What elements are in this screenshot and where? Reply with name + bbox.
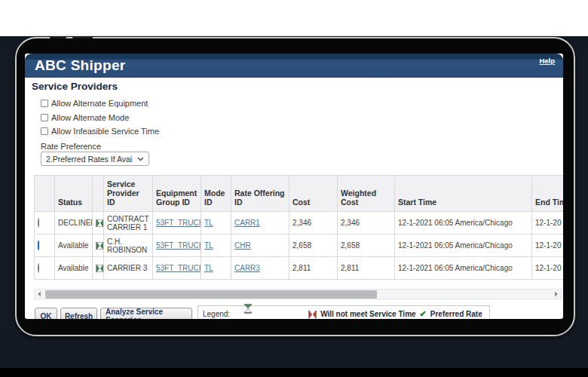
col-status: Status (55, 176, 93, 212)
status-cell: DECLINED (55, 212, 93, 234)
scrollbar-thumb[interactable] (45, 290, 377, 299)
end-time-cell: 12-1-20 (532, 212, 564, 234)
hourglass-icon (96, 265, 104, 272)
weighted-cost-cell: 2,658 (338, 234, 395, 257)
providers-table: Status Service Provider ID Equipment Gro… (34, 175, 563, 280)
mode-link[interactable]: TL (204, 264, 213, 272)
col-equipment-group: Equipment Group ID (153, 176, 201, 212)
tender-cell (93, 212, 104, 234)
col-rate-offering: Rate Offering ID (231, 176, 289, 212)
mode-link[interactable]: TL (204, 219, 213, 227)
app-header: ABC Shipper Help (25, 54, 563, 78)
status-cell: Available (55, 234, 93, 257)
weighted-cost-cell: 2,346 (338, 212, 395, 234)
col-start-time: Start Time (395, 176, 532, 212)
chevron-down-icon (137, 157, 144, 161)
scroll-left-arrow-icon[interactable] (35, 290, 44, 299)
col-service-provider: Service Provider ID (104, 176, 153, 212)
tablet-frame: ABC Shipper Help Service Providers Allow… (15, 37, 575, 336)
weighted-cost-cell: 2,811 (338, 257, 395, 280)
col-weighted-cost: Weighted Cost (338, 176, 395, 212)
status-cell: Available (55, 257, 93, 280)
start-time-cell: 12-1-2021 06:05 America/Chicago (395, 234, 532, 257)
checkbox-allow-infeasible-service-time[interactable]: Allow Infeasible Service Time (41, 127, 159, 136)
table-row: Available CARRIER 3 53FT_TRUCK TL CARR3 … (35, 257, 564, 280)
hourglass-icon (96, 242, 104, 250)
service-provider-cell: CARRIER 3 (104, 257, 153, 280)
tablet-button-left (50, 36, 66, 38)
col-flag (93, 176, 104, 212)
equipment-group-link[interactable]: 53FT_TRUCK (156, 264, 201, 272)
service-provider-cell: C.H. ROBINSON (104, 234, 153, 257)
checkbox-label: Allow Infeasible Service Time (51, 127, 159, 136)
col-mode: Mode ID (201, 176, 231, 212)
checkbox-label: Allow Alternate Equipment (51, 99, 148, 108)
col-radio (35, 176, 55, 212)
help-link[interactable]: Help (539, 57, 555, 65)
tablet-button-right (72, 36, 93, 38)
will-not-meet-service-time-icon (308, 311, 317, 318)
table-row: Available C.H. ROBINSON 53FT_TRUCK TL CH… (35, 234, 564, 257)
checkbox-box[interactable] (41, 100, 48, 107)
tender-cell (93, 234, 104, 257)
start-time-cell: 12-1-2021 06:05 America/Chicago (395, 212, 532, 234)
rate-offering-link[interactable]: CHR (234, 241, 251, 250)
scroll-right-arrow-icon[interactable] (552, 290, 561, 299)
app-title: ABC Shipper (35, 57, 125, 74)
page-title: Service Providers (32, 81, 118, 92)
tablet-screen: ABC Shipper Help Service Providers Allow… (25, 54, 563, 319)
col-end-time: End Time (532, 176, 564, 212)
legend-item-label: Will not meet Service Time (320, 308, 415, 318)
refresh-button[interactable]: Refresh (60, 308, 97, 319)
start-time-cell: 12-1-2021 06:05 America/Chicago (395, 257, 532, 280)
cost-cell: 2,346 (289, 212, 338, 234)
ok-button[interactable]: OK (35, 308, 57, 319)
checkbox-box[interactable] (41, 114, 48, 121)
rate-preference-select[interactable]: 2.Preferred Rates If Available (41, 152, 149, 166)
page-background: ABC Shipper Help Service Providers Allow… (0, 0, 588, 377)
checkbox-label: Allow Alternate Mode (51, 113, 129, 122)
radio-button-selected[interactable] (38, 241, 39, 250)
checkbox-allow-alternate-equipment[interactable]: Allow Alternate Equipment (41, 99, 148, 108)
equipment-group-link[interactable]: 53FT_TRUCK (156, 219, 201, 227)
cost-cell: 2,658 (289, 234, 338, 257)
check-icon: ✔ (420, 308, 427, 319)
service-provider-cell: CONTRACT CARRIER 1 (104, 212, 153, 234)
cost-cell: 2,811 (289, 257, 338, 280)
checkbox-allow-alternate-mode[interactable]: Allow Alternate Mode (41, 113, 129, 122)
rate-offering-link[interactable]: CARR3 (234, 264, 260, 272)
equipment-group-link[interactable]: 53FT_TRUCK (156, 241, 201, 250)
table-header-row: Status Service Provider ID Equipment Gro… (35, 176, 564, 212)
legend-box: Legend: Will not meet Service Time ✔ Pre… (198, 305, 490, 319)
end-time-cell: 12-1-20 (532, 257, 564, 280)
rate-offering-link[interactable]: CARR1 (234, 219, 260, 227)
analyze-service-scenarios-button[interactable]: Analyze Service Scenarios (100, 308, 192, 319)
bottom-black-band (0, 368, 588, 377)
col-cost: Cost (289, 176, 338, 212)
legend-hourglass-icon (244, 304, 252, 314)
legend-item-label: Preferred Rate (430, 308, 482, 318)
horizontal-scrollbar[interactable] (34, 289, 562, 299)
checkbox-box[interactable] (41, 127, 48, 135)
radio-button[interactable] (38, 263, 39, 273)
radio-button[interactable] (38, 218, 39, 228)
rate-preference-label: Rate Preference (41, 142, 101, 151)
mode-link[interactable]: TL (204, 241, 213, 250)
hourglass-icon (96, 219, 104, 227)
tender-cell (93, 257, 104, 280)
rate-preference-value: 2.Preferred Rates If Available (46, 155, 133, 164)
table-row: DECLINED CONTRACT CARRIER 1 53FT_TRUCK T… (35, 212, 564, 234)
legend-label: Legend: (203, 308, 230, 318)
end-time-cell: 12-1-20 (532, 234, 564, 257)
